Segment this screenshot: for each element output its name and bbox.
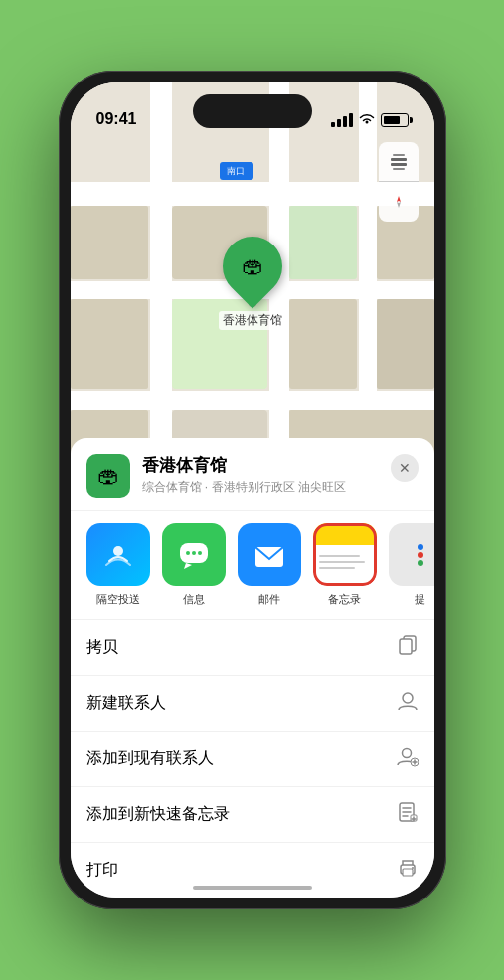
messages-icon	[162, 523, 226, 586]
svg-rect-18	[391, 158, 407, 161]
action-copy[interactable]: 拷贝	[71, 620, 434, 676]
share-item-mail[interactable]: 邮件	[238, 523, 301, 607]
svg-rect-33	[400, 639, 412, 654]
more-label: 提	[415, 592, 425, 607]
action-add-note-label: 添加到新快速备忘录	[86, 804, 230, 825]
svg-point-22	[113, 546, 123, 556]
notes-line-3	[319, 567, 355, 569]
pin-label: 香港体育馆	[219, 311, 286, 330]
svg-point-48	[412, 867, 414, 869]
print-icon	[397, 857, 419, 884]
notes-line-1	[319, 555, 361, 557]
notes-line-2	[319, 561, 366, 563]
new-contact-icon	[397, 690, 419, 717]
svg-point-35	[402, 749, 411, 758]
svg-rect-21	[393, 168, 405, 170]
svg-rect-3	[71, 391, 434, 410]
mail-label: 邮件	[258, 592, 280, 607]
bottom-sheet: 🏟 香港体育馆 综合体育馆 · 香港特别行政区 油尖旺区 ✕	[71, 438, 434, 898]
phone-screen: 09:41	[71, 82, 434, 898]
copy-icon	[397, 634, 419, 661]
phone-frame: 09:41	[59, 71, 446, 909]
svg-point-31	[418, 560, 423, 566]
battery-fill	[384, 116, 401, 124]
svg-rect-11	[289, 299, 357, 389]
location-pin: 🏟 香港体育馆	[219, 237, 286, 330]
add-existing-icon	[397, 745, 419, 772]
action-add-note[interactable]: 添加到新快速备忘录	[71, 787, 434, 843]
signal-bar-2	[337, 119, 341, 127]
home-indicator	[193, 886, 312, 890]
pin-circle: 🏟	[210, 225, 294, 309]
svg-rect-8	[71, 206, 148, 279]
svg-marker-24	[184, 563, 192, 569]
share-item-airdrop[interactable]: 隔空投送	[86, 523, 150, 607]
svg-point-26	[192, 551, 196, 555]
notes-icon	[313, 523, 377, 586]
dynamic-island	[193, 94, 312, 128]
location-icon: 🏟	[86, 454, 130, 498]
status-time: 09:41	[96, 110, 137, 130]
map-controls[interactable]	[379, 142, 419, 222]
action-copy-label: 拷贝	[86, 637, 118, 658]
location-subtitle: 综合体育馆 · 香港特别行政区 油尖旺区	[142, 479, 379, 496]
location-info: 香港体育馆 综合体育馆 · 香港特别行政区 油尖旺区	[142, 454, 379, 496]
action-add-existing-label: 添加到现有联系人	[86, 748, 214, 769]
messages-label: 信息	[183, 592, 205, 607]
action-new-contact-label: 新建联系人	[86, 693, 166, 714]
share-actions-row: 隔空投送 信息	[71, 511, 434, 620]
wifi-icon	[359, 112, 375, 128]
svg-point-27	[198, 551, 202, 555]
svg-rect-20	[393, 154, 405, 156]
entrance-label: 南口	[220, 162, 253, 180]
status-icons	[331, 112, 409, 130]
airdrop-label: 隔空投送	[96, 592, 140, 607]
notes-label: 备忘录	[328, 592, 361, 607]
action-print-label: 打印	[86, 860, 118, 881]
svg-rect-12	[71, 299, 148, 389]
svg-rect-19	[391, 163, 407, 166]
share-item-notes[interactable]: 备忘录	[313, 523, 377, 607]
svg-rect-14	[377, 299, 434, 389]
action-list: 拷贝 新建联系人	[71, 620, 434, 898]
close-button[interactable]: ✕	[391, 454, 419, 482]
share-item-messages[interactable]: 信息	[162, 523, 226, 607]
location-header: 🏟 香港体育馆 综合体育馆 · 香港特别行政区 油尖旺区 ✕	[71, 438, 434, 511]
mail-icon	[238, 523, 301, 586]
map-layers-button[interactable]	[379, 142, 419, 182]
signal-bar-3	[343, 116, 347, 127]
svg-point-34	[403, 693, 413, 703]
action-new-contact[interactable]: 新建联系人	[71, 676, 434, 732]
add-note-icon	[397, 801, 419, 828]
signal-bar-4	[349, 113, 353, 127]
svg-rect-47	[403, 869, 413, 876]
svg-point-25	[186, 551, 190, 555]
notes-lines	[319, 555, 371, 569]
pin-inner: 🏟	[242, 253, 263, 279]
airdrop-icon	[86, 523, 150, 586]
notes-icon-inner	[313, 523, 377, 586]
battery-icon	[381, 113, 409, 127]
location-name: 香港体育馆	[142, 454, 379, 477]
share-item-more[interactable]: 提	[389, 523, 434, 607]
signal-bar-1	[331, 122, 335, 127]
svg-point-29	[418, 544, 423, 550]
signal-bars	[331, 113, 353, 127]
action-add-existing[interactable]: 添加到现有联系人	[71, 732, 434, 787]
more-icon	[389, 523, 434, 586]
svg-rect-9	[289, 206, 357, 279]
svg-point-30	[418, 552, 423, 558]
compass-button[interactable]	[379, 182, 419, 222]
